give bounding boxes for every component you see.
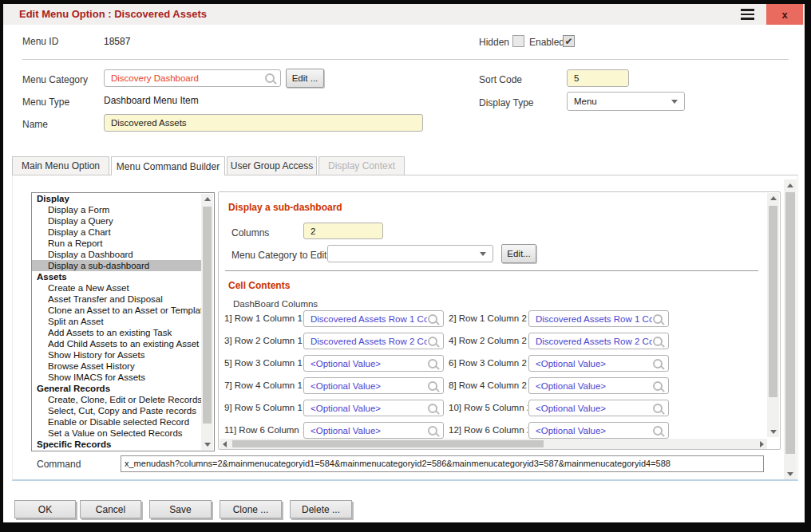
scroll-right-icon [760, 441, 764, 447]
scroll-up-button[interactable] [201, 194, 213, 204]
columns-field[interactable]: 2 [303, 223, 383, 239]
cell-field[interactable]: <Optional Value> [303, 400, 444, 416]
hidden-checkbox[interactable] [512, 35, 524, 47]
ok-button[interactable]: OK [14, 500, 76, 518]
list-group-header: Display [32, 193, 190, 204]
cell-field[interactable]: <Optional Value> [303, 355, 444, 372]
list-item[interactable]: Display a Dashboard [32, 249, 201, 260]
search-icon[interactable] [265, 73, 275, 83]
menu-id-label: Menu ID [22, 36, 58, 47]
tab-main-menu-option[interactable]: Main Menu Option [12, 156, 109, 175]
panel-edit-button[interactable]: Edit... [501, 244, 536, 263]
name-field[interactable]: Discovered Assets [104, 114, 423, 132]
list-item[interactable]: Add Child Assets to an existing Asset [32, 338, 201, 349]
list-item[interactable]: Split an Asset [32, 316, 201, 327]
list-group-header: Assets [32, 271, 190, 282]
list-item-selected[interactable]: Display a sub-dashboard [32, 260, 201, 271]
scroll-up-button[interactable] [767, 193, 779, 203]
cell-label: 11] Row 6 Column 1 [224, 425, 303, 435]
list-item[interactable]: Display a Query [32, 215, 201, 227]
builder-panel: Display a sub-dashboard Columns 2 Menu C… [218, 191, 781, 450]
scroll-down-icon [204, 443, 211, 447]
cell-field[interactable]: <Optional Value> [528, 400, 669, 416]
scroll-down-button[interactable] [201, 439, 213, 450]
sort-code-field[interactable]: 5 [567, 69, 629, 87]
search-icon[interactable] [653, 359, 663, 368]
scroll-up-icon [787, 183, 793, 187]
menu-category-label: Menu Category [22, 74, 88, 85]
cell-field[interactable]: <Optional Value> [528, 422, 669, 439]
list-scrollbar[interactable] [201, 194, 213, 450]
hamburger-menu-button[interactable] [736, 7, 758, 22]
menu-category-to-edit-select[interactable] [327, 245, 493, 262]
scroll-down-button[interactable] [767, 427, 779, 437]
tab-menu-command-builder[interactable]: Menu Command Builder [111, 156, 225, 175]
list-item[interactable]: Browse Asset History [32, 361, 201, 372]
cell-field[interactable]: <Optional Value> [528, 377, 669, 394]
search-icon[interactable] [653, 404, 663, 413]
list-item[interactable]: Show IMACS for Assets [32, 372, 201, 383]
cell-field[interactable]: Discovered Assets Row 1 Colum [303, 310, 444, 327]
scroll-up-button[interactable] [784, 179, 797, 191]
cell-field[interactable]: <Optional Value> [303, 377, 444, 394]
cell-field[interactable]: Discovered Assets Row 2 Colum [528, 333, 669, 349]
list-item[interactable]: Display a Form [32, 204, 201, 215]
list-item[interactable]: Display a Chart [32, 227, 201, 238]
command-label: Command [37, 459, 81, 470]
search-icon[interactable] [428, 337, 437, 346]
cancel-button[interactable]: Cancel [80, 500, 141, 518]
delete-button[interactable]: Delete ... [290, 500, 352, 518]
search-icon[interactable] [653, 381, 663, 391]
cell-field[interactable]: <Optional Value> [528, 355, 669, 372]
scroll-down-button[interactable] [784, 468, 797, 479]
panel-horizontal-scrollbar[interactable] [220, 439, 767, 449]
scroll-left-button[interactable] [220, 439, 230, 449]
cell-label: 3] Row 2 Column 1 [224, 336, 303, 345]
scrollbar-thumb[interactable] [769, 206, 777, 397]
search-icon[interactable] [653, 337, 663, 346]
scroll-down-icon [770, 430, 777, 434]
tab-user-group-access[interactable]: User Group Access [227, 156, 317, 175]
search-icon[interactable] [653, 314, 663, 324]
cell-label: 2] Row 1 Column 2 [449, 313, 528, 323]
scrollbar-thumb[interactable] [203, 207, 212, 424]
display-type-select[interactable]: Menu [567, 92, 685, 111]
search-icon[interactable] [428, 426, 437, 435]
panel-vertical-scrollbar[interactable] [767, 193, 779, 437]
search-icon[interactable] [428, 404, 437, 413]
search-icon[interactable] [428, 381, 437, 391]
save-button[interactable]: Save [149, 500, 212, 518]
list-item[interactable]: Clone an Asset to an Asset or Templat [32, 305, 201, 316]
cell-field[interactable]: Discovered Assets Row 2 Colum [303, 333, 444, 349]
content-vertical-scrollbar[interactable] [784, 179, 797, 479]
command-input[interactable]: x_menudash?columns=2&mainmenucategoryid1… [121, 455, 764, 472]
list-item[interactable]: Run a Report [32, 238, 201, 249]
list-item[interactable]: Asset Transfer and Disposal [32, 294, 201, 305]
cell-label: 4] Row 2 Column 2 [449, 336, 528, 345]
scrollbar-thumb[interactable] [232, 440, 544, 447]
cell-label: 8] Row 4 Column 2 [449, 380, 528, 390]
clone-button[interactable]: Clone ... [220, 500, 282, 518]
enabled-checkbox[interactable]: ✔ [563, 35, 575, 47]
cell-field[interactable]: Discovered Assets Row 1 Colum [528, 310, 669, 327]
list-group-header: General Records [32, 383, 190, 394]
list-item[interactable]: Set a Value on Selected Records [32, 428, 201, 439]
search-icon[interactable] [428, 359, 437, 368]
close-button[interactable]: x [766, 4, 803, 25]
menu-category-edit-button[interactable]: Edit ... [286, 69, 324, 88]
tab-content: Display Display a Form Display a Query D… [12, 175, 798, 481]
list-item[interactable]: Create, Clone, Edit or Delete Records [32, 394, 201, 405]
header-divider [22, 59, 789, 60]
scroll-right-button[interactable] [757, 439, 767, 449]
list-item[interactable]: Select, Cut, Copy and Paste records [32, 405, 201, 416]
search-icon[interactable] [428, 314, 437, 324]
list-item[interactable]: Add Assets to an existing Task [32, 327, 201, 338]
search-icon[interactable] [653, 426, 663, 435]
scrollbar-thumb[interactable] [785, 192, 795, 454]
columns-value: 2 [311, 227, 366, 236]
list-item[interactable]: Create a New Asset [32, 282, 201, 294]
list-item[interactable]: Enable or Disable selected Record [32, 416, 201, 428]
cell-field[interactable]: <Optional Value> [303, 422, 444, 439]
menu-category-field[interactable]: Discovery Dashboard [104, 69, 281, 87]
list-item[interactable]: Show History for Assets [32, 349, 201, 361]
